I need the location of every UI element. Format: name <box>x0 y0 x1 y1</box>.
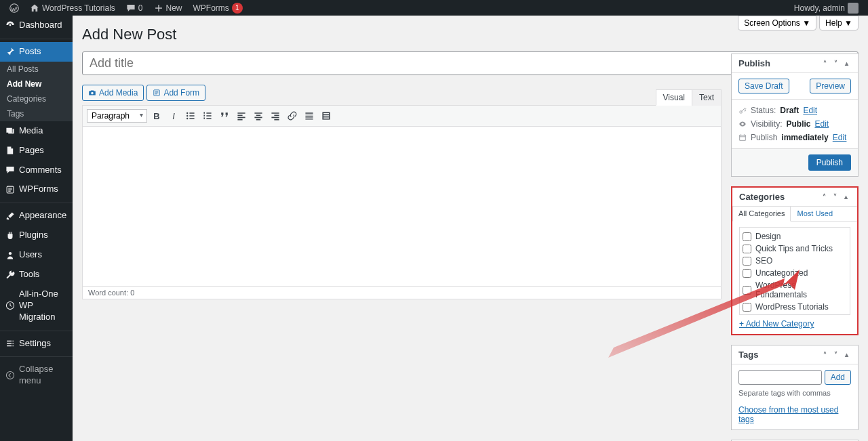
add-media-button[interactable]: Add Media <box>82 85 144 101</box>
new-link[interactable]: New <box>150 0 186 16</box>
bullet-list-button[interactable] <box>183 108 198 123</box>
italic-button[interactable]: I <box>166 108 181 123</box>
help-button[interactable]: Help ▼ <box>819 16 859 30</box>
align-right-button[interactable] <box>268 108 283 123</box>
collapse-icon <box>5 371 15 380</box>
menu-dashboard[interactable]: Dashboard <box>0 16 73 35</box>
wpforms-link[interactable]: WPForms1 <box>189 0 247 16</box>
add-tag-button[interactable]: Add <box>825 370 851 385</box>
menu-appearance[interactable]: Appearance <box>0 206 73 226</box>
tag-input[interactable] <box>738 370 822 385</box>
format-select[interactable]: Paragraph <box>87 109 147 123</box>
site-name-link[interactable]: WordPress Tutorials <box>26 0 119 16</box>
admin-bar: WordPress Tutorials 0 New WPForms1 Howdy… <box>0 0 868 16</box>
align-center-button[interactable] <box>251 108 266 123</box>
toggle-icon[interactable]: ▴ <box>842 350 851 360</box>
toggle-icon[interactable]: ▴ <box>841 192 850 202</box>
category-checkbox[interactable] <box>743 269 751 278</box>
categories-metabox: Categories˄˅▴ All Categories Most Used D… <box>731 186 859 335</box>
svg-rect-11 <box>323 115 329 117</box>
category-checkbox[interactable] <box>743 257 751 266</box>
menu-pages[interactable]: Pages <box>0 141 73 161</box>
categories-title: Categories <box>739 192 785 202</box>
menu-users[interactable]: Users <box>0 245 73 265</box>
key-icon <box>738 106 747 114</box>
move-up-icon[interactable]: ˄ <box>820 350 829 360</box>
category-checkbox[interactable] <box>743 286 751 295</box>
submenu-add-new[interactable]: Add New <box>0 77 73 91</box>
submenu-all-posts[interactable]: All Posts <box>0 62 73 77</box>
wp-logo[interactable] <box>5 0 23 16</box>
wpforms-count-badge: 1 <box>232 3 243 14</box>
screen-options-button[interactable]: Screen Options ▼ <box>738 16 816 30</box>
category-item-child[interactable]: Plugins <box>743 313 847 315</box>
menu-posts[interactable]: Posts <box>0 42 73 62</box>
comments-link[interactable]: 0 <box>122 0 147 16</box>
most-used-tab[interactable]: Most Used <box>791 207 839 221</box>
menu-plugins[interactable]: Plugins <box>0 226 73 245</box>
menu-comments[interactable]: Comments <box>0 161 73 180</box>
preview-button[interactable]: Preview <box>810 79 851 93</box>
editor-content-area[interactable] <box>83 127 721 286</box>
menu-wpforms[interactable]: WPForms <box>0 180 73 199</box>
publish-title: Publish <box>738 58 770 68</box>
add-new-category-link[interactable]: + Add New Category <box>739 319 814 329</box>
save-draft-button[interactable]: Save Draft <box>738 79 789 93</box>
toolbar-toggle-button[interactable] <box>319 108 334 123</box>
category-item[interactable]: SEO <box>743 255 847 267</box>
svg-rect-12 <box>323 117 329 119</box>
collapse-menu[interactable]: Collapse menu <box>0 360 73 391</box>
category-item[interactable]: WordPress Fundamentals <box>743 279 847 301</box>
calendar-icon <box>738 133 747 142</box>
move-down-icon[interactable]: ˅ <box>831 350 840 360</box>
quote-button[interactable] <box>217 108 232 123</box>
menu-migration[interactable]: All-in-One WP Migration <box>0 285 73 327</box>
number-list-button[interactable] <box>200 108 215 123</box>
move-up-icon[interactable]: ˄ <box>819 192 829 202</box>
align-left-button[interactable] <box>234 108 249 123</box>
readmore-button[interactable] <box>302 108 317 123</box>
category-list[interactable]: Design Quick Tips and Tricks SEO Uncateg… <box>739 227 850 315</box>
category-item[interactable]: Quick Tips and Tricks <box>743 243 847 255</box>
publish-button[interactable]: Publish <box>808 154 851 171</box>
menu-media[interactable]: Media <box>0 121 73 141</box>
site-name-label: WordPress Tutorials <box>42 3 115 13</box>
move-up-icon[interactable]: ˄ <box>820 59 829 68</box>
category-checkbox[interactable] <box>743 245 751 253</box>
camera-icon <box>88 89 96 97</box>
category-item[interactable]: Uncategorized <box>743 267 847 279</box>
category-item[interactable]: WordPress Tutorials <box>743 301 847 313</box>
svg-rect-14 <box>740 135 745 140</box>
publish-metabox: Publish˄˅▴ Save Draft Preview Status: Dr… <box>731 54 859 177</box>
visual-tab[interactable]: Visual <box>656 89 692 106</box>
category-checkbox[interactable] <box>743 303 751 312</box>
toggle-icon[interactable]: ▴ <box>842 59 851 68</box>
plugin-icon <box>5 231 15 240</box>
text-tab[interactable]: Text <box>692 89 722 106</box>
move-down-icon[interactable]: ˅ <box>831 59 840 68</box>
menu-settings[interactable]: Settings <box>0 334 73 354</box>
bold-button[interactable]: B <box>149 108 164 123</box>
users-icon <box>5 251 15 260</box>
svg-point-4 <box>6 372 14 379</box>
howdy-link[interactable]: Howdy, admin <box>790 0 863 16</box>
category-item[interactable]: Design <box>743 230 847 243</box>
submenu-tags[interactable]: Tags <box>0 106 73 121</box>
link-button[interactable] <box>285 108 300 123</box>
tools-icon <box>5 270 15 279</box>
all-categories-tab[interactable]: All Categories <box>732 207 791 222</box>
menu-tools[interactable]: Tools <box>0 265 73 285</box>
choose-tags-link[interactable]: Choose from the most used tags <box>738 405 851 424</box>
svg-rect-10 <box>323 113 329 114</box>
category-checkbox[interactable] <box>743 232 751 241</box>
comments-count: 0 <box>138 3 143 13</box>
edit-status-link[interactable]: Edit <box>803 106 817 115</box>
add-form-button[interactable]: Add Form <box>146 85 205 101</box>
move-down-icon[interactable]: ˅ <box>830 192 840 202</box>
submenu-categories[interactable]: Categories <box>0 91 73 106</box>
new-label: New <box>166 3 182 13</box>
edit-schedule-link[interactable]: Edit <box>833 133 847 142</box>
category-checkbox[interactable] <box>752 315 761 316</box>
settings-icon <box>5 339 15 348</box>
edit-visibility-link[interactable]: Edit <box>814 119 829 129</box>
